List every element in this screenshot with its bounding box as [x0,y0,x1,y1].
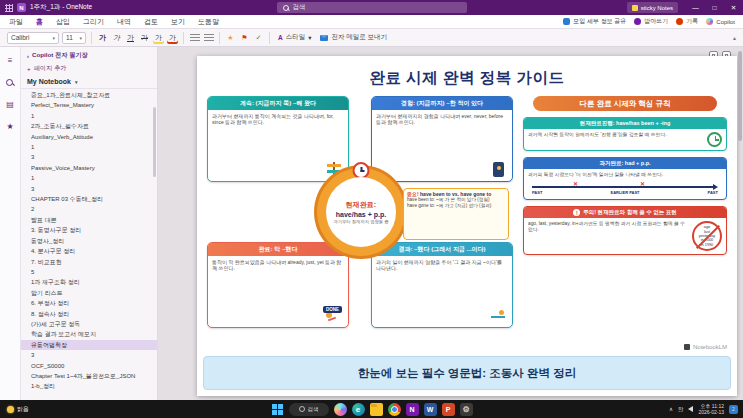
volume-icon[interactable] [688,406,693,412]
bullet-list-button[interactable] [189,32,200,44]
copilot-icon [706,18,713,25]
minimize-button[interactable]: — [686,0,705,15]
timeline-x-icon: ✕ [573,180,578,187]
strikethrough-button[interactable]: 가 [139,32,150,44]
numbered-list-button[interactable] [203,32,214,44]
onenote-icon[interactable] [406,403,419,416]
page-list-item[interactable]: 6. 부정사 정리 [21,298,157,308]
word-icon[interactable] [424,403,437,416]
page-list-item[interactable]: 5 [21,267,157,277]
font-name-select[interactable]: Calibri▾ [7,32,59,44]
page-list-item[interactable]: Passive_Voice_Mastery [21,163,157,173]
tab-도움말[interactable]: 도움말 [197,15,220,29]
favorites-icon[interactable]: ★ [4,120,17,133]
meeting-details-button[interactable]: 모임 세부 정보 공유 [563,17,626,26]
page-list-item[interactable]: 2 [21,204,157,214]
clock-widget[interactable]: 오후 11:12 2026-02-13 [698,403,724,416]
page-list-item[interactable]: 발표 대본 [21,215,157,225]
add-page-button[interactable]: + 페이지 추가 [21,62,157,75]
page-list-item[interactable]: 1-b_정리 [21,381,157,391]
sticky-notes-button[interactable]: sticky Notes [627,2,678,13]
page-list-item[interactable]: Auxiliary_Verb_Attitude [21,132,157,142]
page-list-item[interactable]: 3. 동명사구문 정리 [21,225,157,235]
search-box[interactable]: 검색 [277,2,467,13]
bold-button[interactable]: 가 [97,32,108,44]
search-icon[interactable]: 검색 [289,403,329,416]
page-list-item[interactable]: Perfect_Tense_Mastery [21,100,157,110]
green-clock-icon [707,132,722,147]
close-button[interactable]: ✕ [724,0,743,15]
record-icon [676,18,683,25]
pane-scrollbar[interactable] [153,107,156,177]
navigation-pane: ‹ Copilot 전자 필기장 + 페이지 추가 My Notebook ▾ … [21,47,158,400]
experience-box: 경험: (지금까지) ~한 적이 있다 과거부터 현재까지의 경험을 나타내며 … [371,96,513,182]
record-button[interactable]: 기록 [676,17,698,26]
weather-widget[interactable]: 맑음 [0,405,29,414]
page-list-item[interactable]: 7. 비교표현 [21,257,157,267]
tab-검토[interactable]: 검토 [143,15,159,29]
page-list-item[interactable]: Chapter Test 1~4과_불완전으로_JSON [21,371,157,381]
app-launcher-icon[interactable] [5,4,13,12]
tab-그리기[interactable]: 그리기 [82,15,105,29]
page-list-item[interactable]: 중요_1과_완료시제_참고자료 [21,90,157,100]
email-page-button[interactable]: 전자 메일로 보내기 [317,31,390,44]
dictate-button[interactable]: 받아쓰기 [634,17,668,26]
page-list-item[interactable]: 1 [21,111,157,121]
notebook-selector[interactable]: My Notebook ▾ [21,75,157,89]
copilot-button[interactable]: Copilot [706,18,735,25]
left-icon-strip: ≡ ▤ ★ [0,47,21,400]
page-list-item[interactable]: 유동어법확장 [21,340,157,350]
highlight-button[interactable]: 가 [153,32,164,44]
tab-삽입[interactable]: 삽입 [55,15,71,29]
page-list-item[interactable]: 3 [21,152,157,162]
note-page[interactable]: 완료 시제 완벽 정복 가이드 계속: (지금까지 쭉) ~해 왔다 과거부터 … [197,56,737,396]
tag-flag-icon[interactable]: ⚑ [239,32,250,44]
notebooks-back-link[interactable]: ‹ Copilot 전자 필기장 [21,47,157,62]
styles-icon: A [278,34,283,41]
page-list-item[interactable]: 3 [21,184,157,194]
start-icon[interactable] [271,403,284,416]
file-explorer-icon[interactable] [370,403,383,416]
ime-indicator[interactable]: 한 [678,406,684,413]
page-list-item[interactable]: OCF_S0000 [21,361,157,371]
page-list-item[interactable]: 동명사_정리 [21,236,157,246]
maximize-button[interactable]: □ [705,0,724,15]
page-list-item[interactable]: 8. 접속사 정리 [21,309,157,319]
tray-chevron-icon[interactable]: ∧ [669,406,673,412]
edge-icon[interactable] [352,403,365,416]
tab-내역[interactable]: 내역 [116,15,132,29]
tag-star-icon[interactable]: ★ [225,32,236,44]
chrome-icon[interactable] [388,403,401,416]
tab-보기[interactable]: 보기 [170,15,186,29]
collapse-ribbon-button[interactable]: ▴ [733,34,736,41]
canvas-scrollbar[interactable] [738,51,742,141]
search-icon [283,5,289,11]
styles-button[interactable]: A 스타일▾ [275,31,314,44]
font-size-select[interactable]: 11▾ [62,32,86,44]
notebooks-icon[interactable]: ▤ [4,98,17,111]
perfect-tense-diagram: 계속: (지금까지 쭉) ~해 왔다 과거부터 현재까지 동작이 계속되는 것을… [207,96,513,328]
tag-check-icon[interactable]: ✓ [253,32,264,44]
settings-icon[interactable] [460,403,473,416]
tab-파일[interactable]: 파일 [8,15,24,29]
italic-button[interactable]: 가 [111,32,122,44]
underline-button[interactable]: 가 [125,32,136,44]
notification-badge[interactable]: 2 [729,405,738,414]
search-label: 검색 [293,3,306,12]
page-list-item[interactable]: 학습 결과 보고서 메모지 [21,329,157,339]
page-list-item[interactable]: 4. 분사구문 정리 [21,246,157,256]
powerpoint-icon[interactable] [442,403,455,416]
strip-search-icon[interactable] [4,76,17,89]
page-list-item[interactable]: 1과 재구조화 정리 [21,277,157,287]
menu-icon[interactable]: ≡ [4,54,17,67]
page-list-item[interactable]: (가)세 고구문 정독 [21,319,157,329]
page-list-item[interactable]: 3 [21,350,157,360]
page-list-item[interactable]: 2과_조동사_필수자료 [21,121,157,131]
tab-홈[interactable]: 홈 [35,15,44,29]
copilot-icon[interactable] [334,403,347,416]
page-list-item[interactable]: CHAPTER 03 수동태_정리 [21,194,157,204]
page-list-item[interactable]: 1 [21,142,157,152]
page-list-item[interactable]: 암기 리스트 [21,288,157,298]
font-color-button[interactable]: 가 [167,32,178,44]
page-list-item[interactable]: 1 [21,173,157,183]
